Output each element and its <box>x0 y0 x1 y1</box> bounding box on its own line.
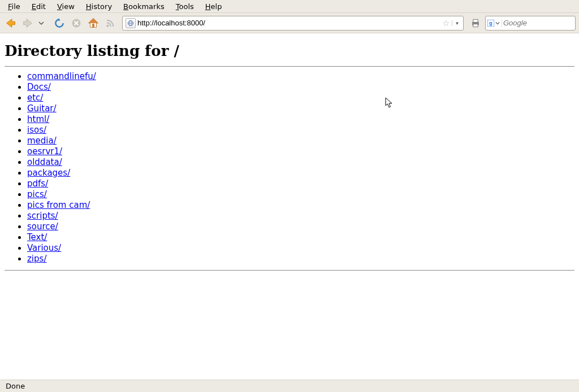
directory-link[interactable]: packages/ <box>27 168 70 178</box>
list-item: packages/ <box>27 168 574 178</box>
reload-button[interactable] <box>52 16 67 31</box>
list-item: commandlinefu/ <box>27 71 574 82</box>
history-dropdown[interactable] <box>37 16 45 31</box>
svg-rect-7 <box>473 19 478 22</box>
directory-link[interactable]: scripts/ <box>27 211 58 221</box>
svg-point-2 <box>106 24 109 27</box>
search-box[interactable]: g <box>485 16 576 31</box>
feed-button[interactable] <box>103 16 118 31</box>
list-item: zips/ <box>27 254 574 264</box>
google-icon: g <box>487 19 495 27</box>
back-arrow-icon <box>5 17 17 29</box>
list-item: etc/ <box>27 93 574 103</box>
directory-link[interactable]: pics from cam/ <box>27 200 90 210</box>
svg-text:g: g <box>489 20 492 25</box>
search-engine-picker[interactable]: g <box>487 19 502 27</box>
list-item: source/ <box>27 221 574 232</box>
directory-link[interactable]: pics/ <box>27 189 47 199</box>
directory-link[interactable]: Various/ <box>27 243 61 253</box>
list-item: pics/ <box>27 189 574 200</box>
search-input[interactable] <box>503 19 579 27</box>
menubar: File Edit View History Bookmarks Tools H… <box>0 0 579 13</box>
divider <box>5 66 574 67</box>
list-item: scripts/ <box>27 211 574 221</box>
directory-link[interactable]: Guitar/ <box>27 103 57 114</box>
menu-edit[interactable]: Edit <box>26 1 51 12</box>
forward-button[interactable] <box>20 16 35 31</box>
page-title: Directory listing for / <box>5 42 574 59</box>
toolbar: ☆ ▾ g <box>0 13 579 33</box>
status-bar: Done <box>0 380 579 392</box>
svg-rect-1 <box>92 23 94 27</box>
list-item: Guitar/ <box>27 103 574 114</box>
reload-icon <box>54 18 65 29</box>
home-button[interactable] <box>86 16 101 31</box>
chevron-down-icon <box>38 20 44 26</box>
stop-button[interactable] <box>69 16 84 31</box>
directory-link[interactable]: zips/ <box>27 254 46 264</box>
menu-history[interactable]: History <box>80 1 118 12</box>
directory-link[interactable]: source/ <box>27 221 58 232</box>
list-item: olddata/ <box>27 157 574 168</box>
directory-link[interactable]: isos/ <box>27 125 46 135</box>
directory-link[interactable]: oesrvr1/ <box>27 146 62 156</box>
stop-icon <box>71 18 82 29</box>
address-dropdown[interactable]: ▾ <box>452 20 462 26</box>
svg-rect-8 <box>473 24 478 27</box>
printer-icon <box>470 18 481 29</box>
page-content: Directory listing for / commandlinefu/Do… <box>0 33 579 280</box>
home-icon <box>87 17 100 29</box>
directory-link[interactable]: commandlinefu/ <box>27 71 96 81</box>
directory-link[interactable]: pdfs/ <box>27 178 48 189</box>
site-identity-icon[interactable] <box>126 18 136 28</box>
back-button[interactable] <box>3 16 18 31</box>
directory-list: commandlinefu/Docs/etc/Guitar/html/isos/… <box>27 71 574 264</box>
list-item: html/ <box>27 114 574 125</box>
status-text: Done <box>6 382 25 390</box>
divider <box>5 270 574 271</box>
url-input[interactable] <box>137 17 440 29</box>
directory-link[interactable]: olddata/ <box>27 157 62 167</box>
list-item: media/ <box>27 136 574 146</box>
print-button[interactable] <box>468 16 483 31</box>
list-item: pics from cam/ <box>27 200 574 211</box>
menu-bookmarks[interactable]: Bookmarks <box>118 1 170 12</box>
directory-link[interactable]: Text/ <box>27 232 47 242</box>
list-item: Various/ <box>27 243 574 254</box>
list-item: Text/ <box>27 232 574 243</box>
menu-tools[interactable]: Tools <box>170 1 200 12</box>
menu-view[interactable]: View <box>51 1 80 12</box>
directory-link[interactable]: html/ <box>27 114 49 124</box>
list-item: isos/ <box>27 125 574 136</box>
directory-link[interactable]: media/ <box>27 136 57 146</box>
address-bar[interactable]: ☆ ▾ <box>122 16 464 31</box>
chevron-down-icon <box>495 21 500 25</box>
bookmark-star-icon[interactable]: ☆ <box>440 18 452 28</box>
menu-file[interactable]: File <box>2 1 26 12</box>
directory-link[interactable]: Docs/ <box>27 82 51 92</box>
list-item: pdfs/ <box>27 178 574 189</box>
page-icon <box>127 20 134 27</box>
rss-icon <box>106 19 115 28</box>
directory-link[interactable]: etc/ <box>27 93 43 103</box>
list-item: oesrvr1/ <box>27 146 574 157</box>
forward-arrow-icon <box>21 17 34 29</box>
list-item: Docs/ <box>27 82 574 93</box>
menu-help[interactable]: Help <box>200 1 228 12</box>
